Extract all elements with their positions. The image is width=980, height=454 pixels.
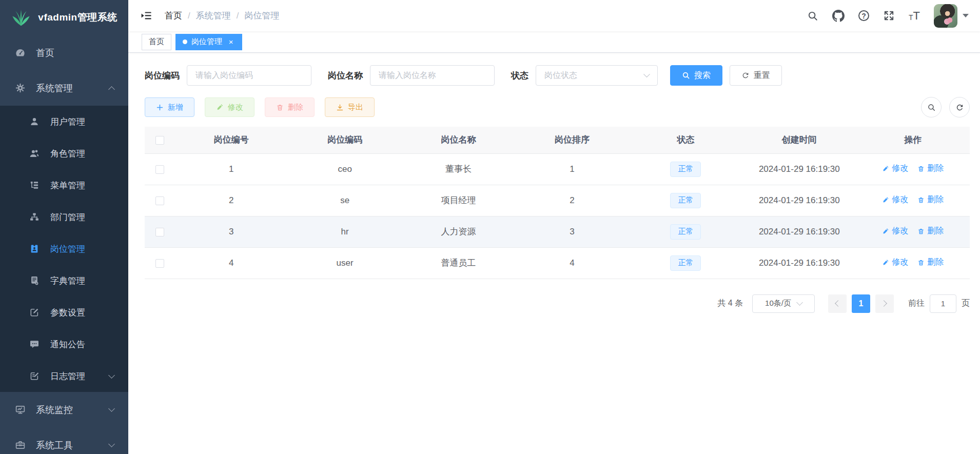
font-size-icon[interactable] xyxy=(909,10,920,22)
avatar[interactable] xyxy=(934,4,957,28)
refresh-icon xyxy=(741,71,750,80)
sidebar-item-system-monitor[interactable]: 系统监控 xyxy=(0,392,128,427)
users-icon xyxy=(29,148,40,159)
export-button[interactable]: 导出 xyxy=(325,97,375,117)
row-edit-button[interactable]: 修改 xyxy=(882,163,908,174)
edit-button[interactable]: 修改 xyxy=(205,97,254,117)
col-post-code: 岗位编码 xyxy=(288,127,401,153)
message-icon xyxy=(29,339,40,350)
reset-button[interactable]: 重置 xyxy=(730,65,782,86)
status-badge: 正常 xyxy=(670,193,701,208)
sidebar-item-menu-mgmt[interactable]: 菜单管理 xyxy=(0,169,128,201)
pencil-icon xyxy=(882,228,889,235)
caret-down-icon xyxy=(963,14,969,17)
sidebar-item-label: 字典管理 xyxy=(50,275,85,287)
delete-button[interactable]: 删除 xyxy=(265,97,315,117)
sidebar-item-param-settings[interactable]: 参数设置 xyxy=(0,297,128,328)
post-name-input[interactable] xyxy=(370,65,495,86)
sidebar-item-log-mgmt[interactable]: 日志管理 xyxy=(0,360,128,392)
status-label: 状态 xyxy=(511,70,528,82)
cell-post-code: user xyxy=(288,247,401,279)
cell-created-time: 2024-01-29 16:19:30 xyxy=(742,153,856,185)
sidebar-item-system-tools[interactable]: 系统工具 xyxy=(0,427,128,454)
col-status: 状态 xyxy=(629,127,742,153)
fullscreen-icon[interactable] xyxy=(883,10,895,22)
post-code-input[interactable] xyxy=(187,65,311,86)
next-page-button[interactable] xyxy=(875,294,894,313)
sidebar-item-role-mgmt[interactable]: 角色管理 xyxy=(0,137,128,169)
tag-post-mgmt[interactable]: 岗位管理 xyxy=(175,34,242,50)
sidebar-item-label: 用户管理 xyxy=(50,116,85,128)
log-icon xyxy=(29,370,40,382)
search-form: 岗位编码 岗位名称 状态 岗位状态 搜索 xyxy=(145,65,970,86)
chevron-up-icon xyxy=(108,86,115,93)
github-icon[interactable] xyxy=(832,10,845,22)
navbar-right xyxy=(807,4,969,28)
edit-square-icon xyxy=(29,307,40,318)
col-post-name: 岗位名称 xyxy=(402,127,515,153)
refresh-table-button[interactable] xyxy=(949,97,970,117)
tag-home[interactable]: 首页 xyxy=(142,34,171,50)
row-checkbox[interactable] xyxy=(155,196,164,205)
sidebar-item-label: 参数设置 xyxy=(50,307,85,319)
badge-icon xyxy=(29,243,40,254)
row-delete-button[interactable]: 删除 xyxy=(917,163,944,174)
pagination-total: 共 4 条 xyxy=(717,298,743,309)
sidebar-item-label: 通知公告 xyxy=(50,339,85,350)
page-1-button[interactable]: 1 xyxy=(852,294,870,313)
sidebar-item-notice[interactable]: 通知公告 xyxy=(0,328,128,360)
dict-book-icon xyxy=(29,275,40,286)
cell-post-sort: 1 xyxy=(515,153,629,185)
table-row: 4 user 普通员工 4 正常 2024-01-29 16:19:30 修改 xyxy=(145,247,970,279)
chevron-down-icon xyxy=(108,441,115,447)
table-body: 1 ceo 董事长 1 正常 2024-01-29 16:19:30 修改 xyxy=(145,153,970,279)
sidebar-item-dict-mgmt[interactable]: 字典管理 xyxy=(0,265,128,297)
row-checkbox[interactable] xyxy=(155,165,164,174)
row-edit-button[interactable]: 修改 xyxy=(882,257,908,268)
add-button[interactable]: 新增 xyxy=(145,97,194,117)
post-name-label: 岗位名称 xyxy=(328,70,363,82)
search-button[interactable]: 搜索 xyxy=(670,65,722,86)
sidebar-item-home[interactable]: 首页 xyxy=(0,35,128,70)
help-icon[interactable] xyxy=(858,10,869,21)
status-select[interactable]: 岗位状态 xyxy=(536,65,658,86)
row-checkbox[interactable] xyxy=(155,228,164,236)
refresh-icon xyxy=(955,103,964,112)
main-area: 首页 / 系统管理 / 岗位管理 xyxy=(128,0,980,454)
sidebar-fold-icon[interactable] xyxy=(141,10,152,22)
cell-post-sort: 3 xyxy=(515,216,629,247)
row-delete-button[interactable]: 删除 xyxy=(917,257,944,268)
monitor-icon xyxy=(14,404,26,416)
sidebar-item-label: 系统工具 xyxy=(36,439,73,451)
cell-post-id: 3 xyxy=(174,216,288,247)
page-size-select[interactable]: 10条/页 xyxy=(752,294,815,313)
select-all-checkbox[interactable] xyxy=(155,136,164,145)
breadcrumb-separator: / xyxy=(237,11,239,21)
table-header-row: 岗位编号 岗位编码 岗位名称 岗位排序 状态 创建时间 操作 xyxy=(145,127,970,153)
row-edit-button[interactable]: 修改 xyxy=(882,226,908,236)
show-search-button[interactable] xyxy=(921,97,942,117)
user-menu[interactable] xyxy=(934,4,969,28)
close-icon[interactable] xyxy=(227,38,235,46)
cell-post-sort: 4 xyxy=(515,247,629,279)
sidebar-item-user-mgmt[interactable]: 用户管理 xyxy=(0,106,128,137)
row-delete-button[interactable]: 删除 xyxy=(917,194,944,205)
goto-page-input[interactable] xyxy=(930,294,956,313)
cell-post-sort: 2 xyxy=(515,185,629,216)
trash-icon xyxy=(917,196,925,204)
cell-post-id: 4 xyxy=(174,247,288,279)
search-icon[interactable] xyxy=(807,10,818,22)
status-badge: 正常 xyxy=(670,224,701,240)
prev-page-button[interactable] xyxy=(828,294,847,313)
col-created: 创建时间 xyxy=(742,127,856,153)
chevron-down-icon xyxy=(108,372,115,379)
row-delete-button[interactable]: 删除 xyxy=(917,226,944,236)
row-edit-button[interactable]: 修改 xyxy=(882,194,908,205)
breadcrumb-home[interactable]: 首页 xyxy=(165,10,182,22)
sidebar-item-system-mgmt[interactable]: 系统管理 xyxy=(0,70,128,106)
sidebar-item-post-mgmt[interactable]: 岗位管理 xyxy=(0,233,128,265)
app-logo[interactable]: vfadmin管理系统 xyxy=(0,0,128,35)
row-checkbox[interactable] xyxy=(155,259,164,268)
cell-post-name: 项目经理 xyxy=(402,185,515,216)
sidebar-item-dept-mgmt[interactable]: 部门管理 xyxy=(0,201,128,233)
